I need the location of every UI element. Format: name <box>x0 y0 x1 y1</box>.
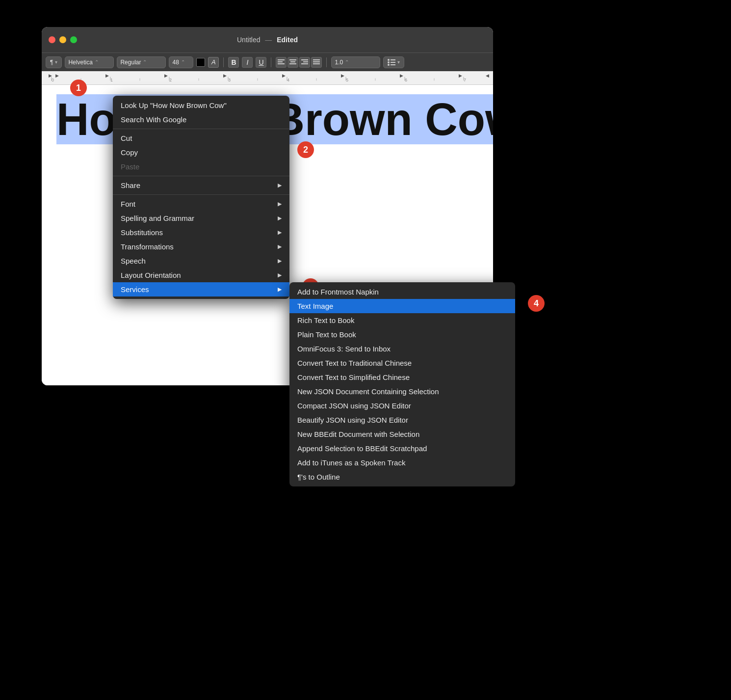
line-spacing-select[interactable]: 1.0 ⌃ <box>331 56 380 68</box>
divider1 <box>223 57 224 67</box>
badge2-label: 2 <box>303 145 308 155</box>
submenu-item-8[interactable]: Compact JSON using JSON Editor <box>289 399 515 413</box>
underline-button[interactable]: U <box>256 57 266 68</box>
svg-text:▶: ▶ <box>164 73 168 78</box>
submenu-item-0[interactable]: Add to Frontmost Napkin <box>289 285 515 299</box>
submenu-item-3[interactable]: Plain Text to Book <box>289 327 515 342</box>
submenu-item-10[interactable]: New BBEdit Document with Selection <box>289 427 515 441</box>
submenu-item-1[interactable]: Text Image 4 <box>289 299 515 313</box>
svg-text:▶: ▶ <box>223 73 227 78</box>
close-button[interactable] <box>49 36 55 43</box>
svg-text:▶: ▶ <box>459 73 462 78</box>
ruler: 0 1 2 3 4 5 6 7 ▶ ▶ <box>42 71 493 85</box>
font-color-button[interactable]: A <box>208 57 219 68</box>
font-style-label: Regular <box>120 59 141 66</box>
traffic-lights <box>49 36 77 43</box>
font-style-select[interactable]: Regular ⌃ <box>117 56 166 68</box>
font-menu-item[interactable]: Font ▶ <box>113 197 289 211</box>
paragraph-button[interactable]: ¶ ▾ <box>46 56 62 68</box>
substitutions-menu-item[interactable]: Substitutions ▶ <box>113 225 289 240</box>
svg-text:▶: ▶ <box>49 73 52 78</box>
align-justify-button[interactable] <box>311 57 322 68</box>
ls-chevron: ⌃ <box>345 59 349 65</box>
svg-rect-8 <box>301 63 308 64</box>
svg-rect-0 <box>278 59 285 60</box>
italic-button[interactable]: I <box>242 57 253 68</box>
layout-label: Layout Orientation <box>121 271 278 279</box>
submenu-item-6[interactable]: Convert Text to Simplified Chinese <box>289 370 515 384</box>
speech-arrow: ▶ <box>278 258 282 264</box>
svg-rect-13 <box>391 59 395 60</box>
submenu-item-12[interactable]: Add to iTunes as a Spoken Track <box>289 456 515 470</box>
submenu-item-4[interactable]: OmniFocus 3: Send to Inbox <box>289 342 515 356</box>
font-size-select[interactable]: 48 ⌃ <box>169 56 193 68</box>
step-badge-1: 1 <box>70 80 87 96</box>
line-spacing-label: 1.0 <box>335 59 343 66</box>
svg-text:3: 3 <box>228 78 231 82</box>
bold-label: B <box>231 58 236 66</box>
align-center-button[interactable] <box>287 57 298 68</box>
share-menu-item[interactable]: Share ▶ <box>113 178 289 192</box>
svg-rect-7 <box>303 61 308 62</box>
speech-menu-item[interactable]: Speech ▶ <box>113 254 289 268</box>
badge1-label: 1 <box>76 83 81 93</box>
svg-text:▶: ▶ <box>105 73 109 78</box>
layout-arrow: ▶ <box>278 272 282 278</box>
selected-text-cow: Cow <box>425 94 493 144</box>
copy-menu-item[interactable]: Copy 2 <box>113 145 289 160</box>
services-submenu: Add to Frontmost Napkin Text Image 4 Ric… <box>289 282 515 486</box>
underline-label: U <box>259 58 263 66</box>
separator2 <box>113 176 289 176</box>
cut-label: Cut <box>121 134 282 142</box>
share-label: Share <box>121 181 278 189</box>
paragraph-chevron: ▾ <box>55 59 57 65</box>
submenu-item-13[interactable]: ¶'s to Outline <box>289 470 515 484</box>
svg-point-16 <box>388 64 390 66</box>
svg-text:▶: ▶ <box>341 73 344 78</box>
paste-label: Paste <box>121 162 282 171</box>
font-style-chevron: ⌃ <box>143 59 147 65</box>
svg-rect-1 <box>278 61 283 62</box>
svg-text:▶: ▶ <box>400 73 403 78</box>
align-left-button[interactable] <box>276 57 287 68</box>
color-picker[interactable] <box>196 58 205 67</box>
svg-rect-15 <box>391 62 395 63</box>
submenu-item-7[interactable]: New JSON Document Containing Selection <box>289 384 515 399</box>
titlebar: Untitled — Edited <box>42 27 493 53</box>
services-arrow: ▶ <box>278 286 282 293</box>
step-badge-2: 2 <box>297 141 314 158</box>
lookup-menu-item[interactable]: Look Up "How Now Brown Cow" <box>113 98 289 112</box>
submenu-item-2[interactable]: Rich Text to Book <box>289 313 515 327</box>
svg-text:0: 0 <box>52 78 54 82</box>
separator3 <box>113 194 289 195</box>
cut-menu-item[interactable]: Cut <box>113 131 289 145</box>
font-name-label: Helvetica <box>68 59 92 66</box>
transformations-menu-item[interactable]: Transformations ▶ <box>113 240 289 254</box>
submenu-item-11[interactable]: Append Selection to BBEdit Scratchpad <box>289 441 515 456</box>
submenu-item-5[interactable]: Convert Text to Traditional Chinese <box>289 356 515 370</box>
svg-text:▶: ▶ <box>282 73 286 78</box>
list-chevron: ▾ <box>397 59 400 65</box>
spelling-menu-item[interactable]: Spelling and Grammar ▶ <box>113 211 289 225</box>
font-name-select[interactable]: Helvetica ⌃ <box>65 56 114 68</box>
search-google-label: Search With Google <box>121 115 282 124</box>
separator1 <box>113 129 289 129</box>
svg-text:2: 2 <box>169 78 172 82</box>
layout-menu-item[interactable]: Layout Orientation ▶ <box>113 268 289 282</box>
badge4-label: 4 <box>534 298 539 309</box>
divider3 <box>326 57 327 67</box>
services-menu-item[interactable]: Services ▶ 3 Add to Frontmost Napkin Tex… <box>113 282 289 296</box>
font-name-chevron: ⌃ <box>95 59 99 65</box>
minimize-button[interactable] <box>59 36 66 43</box>
font-arrow: ▶ <box>278 201 282 207</box>
zoom-button[interactable] <box>70 36 77 43</box>
list-button[interactable]: ▾ <box>383 56 404 68</box>
search-google-menu-item[interactable]: Search With Google <box>113 112 289 127</box>
submenu-item-9[interactable]: Beautify JSON using JSON Editor <box>289 413 515 427</box>
align-right-button[interactable] <box>299 57 310 68</box>
svg-text:4: 4 <box>287 78 289 82</box>
lookup-label: Look Up "How Now Brown Cow" <box>121 101 282 109</box>
toolbar: ¶ ▾ Helvetica ⌃ Regular ⌃ 48 ⌃ A B I U <box>42 53 493 71</box>
paste-menu-item[interactable]: Paste <box>113 160 289 174</box>
bold-button[interactable]: B <box>228 57 239 68</box>
